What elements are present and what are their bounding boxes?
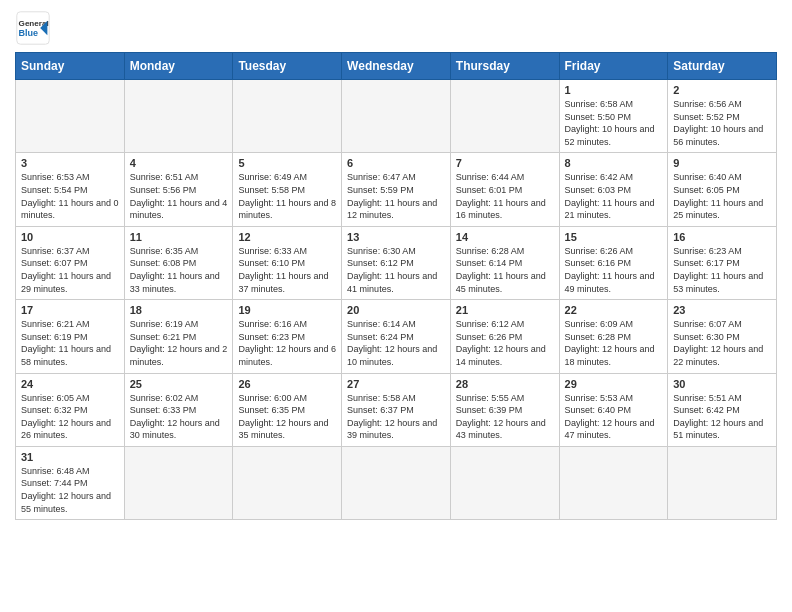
calendar-cell: 7Sunrise: 6:44 AM Sunset: 6:01 PM Daylig… (450, 153, 559, 226)
day-number: 15 (565, 231, 663, 243)
week-row-3: 10Sunrise: 6:37 AM Sunset: 6:07 PM Dayli… (16, 226, 777, 299)
weekday-header-tuesday: Tuesday (233, 53, 342, 80)
day-number: 24 (21, 378, 119, 390)
day-info: Sunrise: 6:23 AM Sunset: 6:17 PM Dayligh… (673, 245, 771, 295)
week-row-2: 3Sunrise: 6:53 AM Sunset: 5:54 PM Daylig… (16, 153, 777, 226)
day-info: Sunrise: 6:21 AM Sunset: 6:19 PM Dayligh… (21, 318, 119, 368)
week-row-1: 1Sunrise: 6:58 AM Sunset: 5:50 PM Daylig… (16, 80, 777, 153)
weekday-header-wednesday: Wednesday (342, 53, 451, 80)
day-info: Sunrise: 6:26 AM Sunset: 6:16 PM Dayligh… (565, 245, 663, 295)
day-number: 1 (565, 84, 663, 96)
calendar-cell (124, 80, 233, 153)
day-info: Sunrise: 6:00 AM Sunset: 6:35 PM Dayligh… (238, 392, 336, 442)
calendar-cell: 15Sunrise: 6:26 AM Sunset: 6:16 PM Dayli… (559, 226, 668, 299)
day-number: 5 (238, 157, 336, 169)
day-info: Sunrise: 6:47 AM Sunset: 5:59 PM Dayligh… (347, 171, 445, 221)
day-number: 17 (21, 304, 119, 316)
logo-icon: General Blue (15, 10, 51, 46)
day-info: Sunrise: 6:28 AM Sunset: 6:14 PM Dayligh… (456, 245, 554, 295)
day-info: Sunrise: 5:51 AM Sunset: 6:42 PM Dayligh… (673, 392, 771, 442)
calendar-cell (668, 446, 777, 519)
week-row-4: 17Sunrise: 6:21 AM Sunset: 6:19 PM Dayli… (16, 300, 777, 373)
day-number: 19 (238, 304, 336, 316)
day-number: 7 (456, 157, 554, 169)
day-number: 27 (347, 378, 445, 390)
calendar-table: SundayMondayTuesdayWednesdayThursdayFrid… (15, 52, 777, 520)
day-number: 12 (238, 231, 336, 243)
calendar-cell: 4Sunrise: 6:51 AM Sunset: 5:56 PM Daylig… (124, 153, 233, 226)
calendar-cell: 8Sunrise: 6:42 AM Sunset: 6:03 PM Daylig… (559, 153, 668, 226)
day-number: 31 (21, 451, 119, 463)
calendar-cell: 10Sunrise: 6:37 AM Sunset: 6:07 PM Dayli… (16, 226, 125, 299)
calendar-cell: 2Sunrise: 6:56 AM Sunset: 5:52 PM Daylig… (668, 80, 777, 153)
calendar-cell: 14Sunrise: 6:28 AM Sunset: 6:14 PM Dayli… (450, 226, 559, 299)
day-info: Sunrise: 6:48 AM Sunset: 7:44 PM Dayligh… (21, 465, 119, 515)
calendar-cell: 12Sunrise: 6:33 AM Sunset: 6:10 PM Dayli… (233, 226, 342, 299)
day-info: Sunrise: 6:14 AM Sunset: 6:24 PM Dayligh… (347, 318, 445, 368)
calendar-cell: 9Sunrise: 6:40 AM Sunset: 6:05 PM Daylig… (668, 153, 777, 226)
calendar-cell: 25Sunrise: 6:02 AM Sunset: 6:33 PM Dayli… (124, 373, 233, 446)
calendar-cell (233, 80, 342, 153)
day-number: 11 (130, 231, 228, 243)
week-row-5: 24Sunrise: 6:05 AM Sunset: 6:32 PM Dayli… (16, 373, 777, 446)
calendar-cell: 1Sunrise: 6:58 AM Sunset: 5:50 PM Daylig… (559, 80, 668, 153)
day-info: Sunrise: 5:58 AM Sunset: 6:37 PM Dayligh… (347, 392, 445, 442)
header: General Blue (15, 10, 777, 46)
calendar-cell: 28Sunrise: 5:55 AM Sunset: 6:39 PM Dayli… (450, 373, 559, 446)
day-number: 23 (673, 304, 771, 316)
calendar-cell: 29Sunrise: 5:53 AM Sunset: 6:40 PM Dayli… (559, 373, 668, 446)
day-number: 13 (347, 231, 445, 243)
calendar-cell: 18Sunrise: 6:19 AM Sunset: 6:21 PM Dayli… (124, 300, 233, 373)
calendar-cell: 31Sunrise: 6:48 AM Sunset: 7:44 PM Dayli… (16, 446, 125, 519)
day-info: Sunrise: 6:30 AM Sunset: 6:12 PM Dayligh… (347, 245, 445, 295)
calendar-cell: 23Sunrise: 6:07 AM Sunset: 6:30 PM Dayli… (668, 300, 777, 373)
day-info: Sunrise: 6:56 AM Sunset: 5:52 PM Dayligh… (673, 98, 771, 148)
logo: General Blue (15, 10, 51, 46)
day-info: Sunrise: 6:33 AM Sunset: 6:10 PM Dayligh… (238, 245, 336, 295)
day-number: 26 (238, 378, 336, 390)
day-number: 25 (130, 378, 228, 390)
weekday-header-monday: Monday (124, 53, 233, 80)
calendar-cell: 11Sunrise: 6:35 AM Sunset: 6:08 PM Dayli… (124, 226, 233, 299)
calendar-cell (124, 446, 233, 519)
weekday-header-saturday: Saturday (668, 53, 777, 80)
calendar-cell (450, 80, 559, 153)
day-number: 10 (21, 231, 119, 243)
calendar-cell (559, 446, 668, 519)
day-number: 2 (673, 84, 771, 96)
day-number: 28 (456, 378, 554, 390)
calendar-cell: 16Sunrise: 6:23 AM Sunset: 6:17 PM Dayli… (668, 226, 777, 299)
weekday-header-sunday: Sunday (16, 53, 125, 80)
day-number: 30 (673, 378, 771, 390)
calendar-cell: 3Sunrise: 6:53 AM Sunset: 5:54 PM Daylig… (16, 153, 125, 226)
calendar-cell: 27Sunrise: 5:58 AM Sunset: 6:37 PM Dayli… (342, 373, 451, 446)
day-number: 6 (347, 157, 445, 169)
day-number: 8 (565, 157, 663, 169)
day-number: 21 (456, 304, 554, 316)
calendar-cell: 24Sunrise: 6:05 AM Sunset: 6:32 PM Dayli… (16, 373, 125, 446)
day-info: Sunrise: 6:42 AM Sunset: 6:03 PM Dayligh… (565, 171, 663, 221)
day-info: Sunrise: 6:05 AM Sunset: 6:32 PM Dayligh… (21, 392, 119, 442)
day-info: Sunrise: 6:44 AM Sunset: 6:01 PM Dayligh… (456, 171, 554, 221)
day-number: 18 (130, 304, 228, 316)
svg-text:Blue: Blue (19, 28, 39, 38)
calendar-cell: 17Sunrise: 6:21 AM Sunset: 6:19 PM Dayli… (16, 300, 125, 373)
calendar-cell: 22Sunrise: 6:09 AM Sunset: 6:28 PM Dayli… (559, 300, 668, 373)
calendar-cell: 26Sunrise: 6:00 AM Sunset: 6:35 PM Dayli… (233, 373, 342, 446)
day-info: Sunrise: 6:35 AM Sunset: 6:08 PM Dayligh… (130, 245, 228, 295)
weekday-header-friday: Friday (559, 53, 668, 80)
day-info: Sunrise: 5:53 AM Sunset: 6:40 PM Dayligh… (565, 392, 663, 442)
calendar-cell: 20Sunrise: 6:14 AM Sunset: 6:24 PM Dayli… (342, 300, 451, 373)
week-row-6: 31Sunrise: 6:48 AM Sunset: 7:44 PM Dayli… (16, 446, 777, 519)
day-info: Sunrise: 6:37 AM Sunset: 6:07 PM Dayligh… (21, 245, 119, 295)
day-number: 9 (673, 157, 771, 169)
day-info: Sunrise: 6:07 AM Sunset: 6:30 PM Dayligh… (673, 318, 771, 368)
calendar-cell: 21Sunrise: 6:12 AM Sunset: 6:26 PM Dayli… (450, 300, 559, 373)
day-number: 29 (565, 378, 663, 390)
day-info: Sunrise: 6:51 AM Sunset: 5:56 PM Dayligh… (130, 171, 228, 221)
calendar-cell: 30Sunrise: 5:51 AM Sunset: 6:42 PM Dayli… (668, 373, 777, 446)
calendar-cell (16, 80, 125, 153)
calendar-cell (233, 446, 342, 519)
calendar-cell: 5Sunrise: 6:49 AM Sunset: 5:58 PM Daylig… (233, 153, 342, 226)
day-info: Sunrise: 5:55 AM Sunset: 6:39 PM Dayligh… (456, 392, 554, 442)
